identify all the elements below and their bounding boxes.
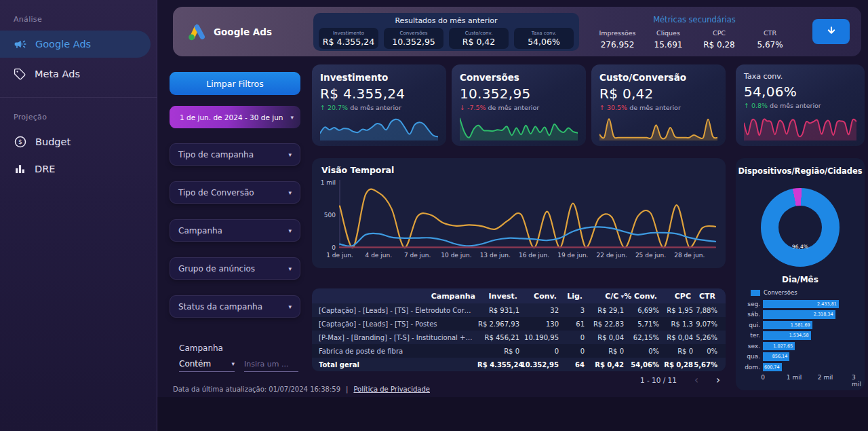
metric-chip-label: Taxa conv. (514, 31, 574, 36)
metric-chip-value: R$ 0,42 (449, 37, 509, 47)
sidebar-item-google-ads[interactable]: Google Ads (0, 31, 151, 58)
filter-dropdown[interactable]: Status da campanha ▾ (170, 295, 300, 318)
bar-category-label: sáb. (743, 311, 760, 318)
table-header-cell[interactable]: CPC (659, 292, 693, 301)
delta-value: -7.5% (467, 104, 486, 111)
svg-text:16 de jun.: 16 de jun. (519, 252, 549, 259)
secondary-metric-value: R$ 0,28 (694, 40, 745, 50)
bar: 600,74 (763, 363, 782, 372)
secondary-metric-label: CTR (745, 29, 795, 37)
cell-conv: 10.352,95 (519, 361, 559, 369)
table-body: [Captação] - [Leads] - [TS] - Eletroduto… (312, 303, 726, 358)
sidebar-item-label: Budget (35, 136, 71, 147)
canvas-bottom-strip (157, 397, 868, 431)
kpi-card-conversoes: Conversões 10.352,95 ↓ -7.5% de mês ante… (452, 64, 586, 146)
sidebar-section-analise: Análise (14, 15, 157, 24)
clear-filters-button[interactable]: Limpar Filtros (170, 72, 300, 95)
filter-dropdown-label: Status da campanha (178, 302, 262, 312)
sidebar-divider (0, 97, 157, 98)
privacy-policy-link[interactable]: Política de Privacidade (353, 386, 430, 393)
table-header-cell[interactable]: Invest. (477, 292, 519, 301)
cell-ctr: 9,07% (693, 320, 717, 328)
last-update-text: Data da última atualização: 01/07/2024 1… (173, 386, 340, 393)
app-root: Análise Google Ads Meta Ads Projeção $ B… (0, 0, 868, 431)
kpi-delta: ↑ 30.5% de mês anterior (599, 104, 717, 111)
svg-text:22 de jun.: 22 de jun. (597, 252, 627, 259)
bar-track: 2.433,81 (763, 300, 856, 309)
table-header-cell[interactable]: C/C ▼ (585, 292, 624, 301)
filter-dropdown[interactable]: Campanha ▾ (170, 219, 300, 242)
metric-chip-label: Conversões (384, 31, 443, 36)
cell-conv: 10.190,95 (519, 334, 559, 341)
sidebar-item-label: Meta Ads (35, 69, 80, 79)
temporal-panel: Visão Temporal 05001 mil1 de jun.4 de ju… (312, 158, 726, 268)
cell-conv: 32 (519, 307, 559, 314)
table-header-cell[interactable]: Lig. (559, 292, 585, 301)
devices-donut-chart (761, 188, 840, 267)
temporal-chart: 05001 mil1 de jun.4 de jun.7 de jun.10 d… (317, 177, 721, 264)
sidebar-item-meta-ads[interactable]: Meta Ads (0, 60, 157, 88)
sidebar-item-budget[interactable]: $ Budget (0, 128, 157, 155)
kpi-delta: ↑ 0.8% de mês anterior (744, 102, 856, 109)
table-header-cell[interactable]: Campanha (319, 292, 477, 301)
search-operator-select[interactable]: Contém ▾ (179, 359, 235, 372)
cell-cc: R$ 0 (585, 348, 624, 355)
kpi-card-investimento: Investimento R$ 4.355,24 ↑ 20.7% de mês … (312, 64, 446, 146)
results-chips: Investimento R$ 4.355,24 Conversões 10.3… (313, 25, 579, 49)
campaign-name: [Captação] - [Leads] - [TS] - Eletroduto… (319, 307, 477, 314)
secondary-metric-label: Impressões (592, 29, 643, 37)
cell-pct-conv: 0% (624, 348, 659, 355)
cell-lig: 0 (559, 334, 585, 341)
download-button[interactable] (812, 19, 850, 44)
kpi-title: Taxa conv. (744, 72, 856, 81)
dia-mes-title: Dia/Mês (736, 275, 865, 284)
filter-dropdown[interactable]: Grupo de anúncios ▾ (170, 257, 300, 280)
footer-separator: | (346, 386, 348, 393)
secondary-metric-label: CPC (694, 29, 745, 37)
footer: Data da última atualização: 01/07/2024 1… (173, 386, 430, 393)
campaign-name: [Captação] - [Leads] - [TS] - Postes (319, 320, 477, 328)
column-label: C/C (605, 292, 618, 301)
filter-dropdown[interactable]: Tipo de campanha ▾ (170, 143, 300, 166)
filter-dropdown-label: Grupo de anúncios (178, 264, 255, 274)
main-content: Google Ads Resultados do mês anterior In… (157, 0, 868, 431)
date-range-picker[interactable]: 1 de jun. de 2024 - 30 de jun ▾ (170, 106, 300, 128)
kpi-title: Conversões (460, 72, 578, 83)
secondary-metrics: Métricas secundárias Impressões 276.952 … (592, 7, 797, 56)
total-label: Total geral (319, 361, 477, 369)
table-header-cell[interactable]: Conv. (519, 292, 559, 301)
table-row: Fabrica de poste de fibra R$ 0 0 0 R$ 0 … (312, 344, 726, 358)
kpi-delta: ↑ 20.7% de mês anterior (320, 104, 438, 111)
table-header-cell[interactable]: CTR (693, 292, 717, 301)
column-label: Campanha (431, 292, 475, 301)
bar-category-label: seg. (743, 301, 760, 307)
filter-dropdown[interactable]: Tipo de Conversão ▾ (170, 181, 300, 204)
table-header-cell[interactable]: % Conv. (624, 292, 659, 301)
filter-dropdown-label: Tipo de campanha (178, 150, 254, 160)
bar-category-label: qui. (743, 322, 760, 329)
svg-text:1 de jun.: 1 de jun. (326, 252, 353, 259)
cell-cpc: R$ 1,95 (659, 307, 693, 314)
cell-cc: R$ 22,83 (585, 320, 624, 328)
megaphone-icon (14, 37, 27, 51)
pagination-prev-icon[interactable]: ‹ (694, 374, 698, 386)
secondary-metric-value: 276.952 (592, 40, 643, 50)
bar-chart-icon (14, 163, 26, 176)
bar-row: dom.600,74 (743, 362, 856, 373)
secondary-metric-value: 15.691 (643, 40, 694, 50)
bar-track: 1.581,69 (763, 321, 856, 330)
temporal-title: Visão Temporal (321, 165, 394, 175)
chevron-down-icon: ▾ (288, 265, 292, 272)
cell-cpc: R$ 0 (659, 348, 693, 355)
cell-invest: R$ 456,21 (477, 334, 519, 341)
svg-text:4 de jun.: 4 de jun. (366, 252, 392, 259)
delta-note: de mês anterior (350, 104, 401, 111)
campaigns-table: Campanha Invest. Conv. Lig. (312, 288, 726, 371)
pagination-next-icon[interactable]: › (716, 374, 720, 386)
sidebar-item-dre[interactable]: DRE (0, 155, 157, 183)
campaign-search-input[interactable] (244, 359, 298, 372)
bar-row: ter.1.534,58 (743, 331, 856, 341)
secondary-metric: Cliques 15.691 (643, 29, 694, 50)
cell-cpc: R$ 0,28 (659, 361, 693, 369)
metric-chip-label: Custo/conv. (449, 31, 509, 36)
